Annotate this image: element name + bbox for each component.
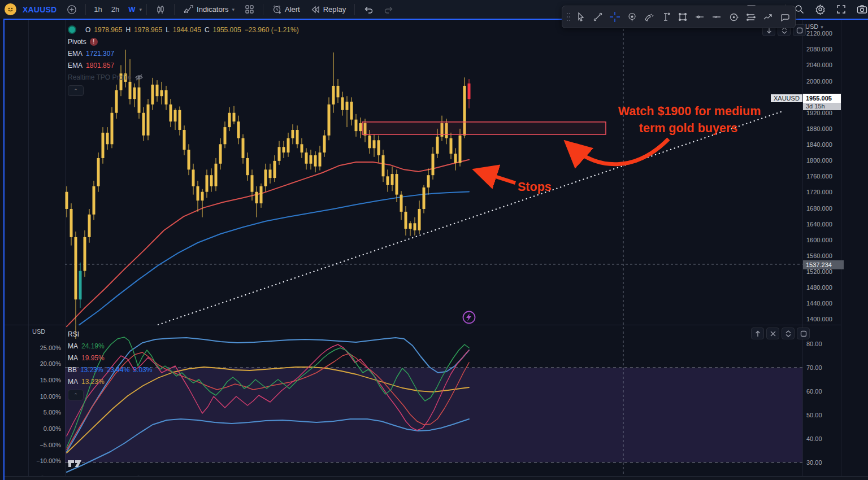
red-annotations[interactable]: Watch $1900 for mediumterm gold buyersSt… [480, 104, 761, 194]
account-avatar[interactable] [5, 3, 16, 15]
horizontal-ray-tool[interactable] [691, 8, 708, 25]
replay-button[interactable]: Replay [306, 2, 350, 17]
maximize-icon [800, 330, 807, 337]
tpo-indicator-row[interactable]: Realtime TPO Profile [68, 71, 299, 83]
symbol-button[interactable]: XAUUSD [19, 2, 60, 17]
fullscreen-icon [836, 4, 847, 15]
rsi-bb-value2: 23.44% [107, 366, 130, 374]
trend-line-tool[interactable] [589, 8, 606, 25]
axis-tick: 50.00 [806, 411, 822, 419]
rsi-pane-legend: RSI MA 24.19% MA 19.95% BB 13.23% 23.44%… [68, 328, 152, 400]
ema-slow-label: EMA [68, 62, 83, 69]
axis-tick: 20.00% [40, 360, 61, 368]
cursor-tool[interactable] [572, 8, 589, 25]
dotted-trendline[interactable] [158, 111, 784, 325]
alert-label: Alert [285, 5, 300, 14]
indicator-error-icon[interactable]: ! [90, 38, 98, 46]
rsi-maximize-pane-button[interactable] [797, 328, 810, 339]
rsi-bb-row[interactable]: BB 13.23% 23.44% 3.03% [68, 364, 152, 376]
indicators-label: Indicators [197, 5, 228, 14]
drag-dots-icon [566, 12, 571, 21]
move-pane-up-button[interactable] [751, 328, 764, 339]
rsi-left-scale[interactable]: 25.00%20.00%15.00%10.00%5.00%0.00%−5.00%… [28, 0, 64, 480]
tradingview-logo[interactable] [68, 458, 85, 469]
main-pane-legend: O 1978.965 H 1978.965 L 1944.045 C 1955.… [68, 24, 299, 96]
text-tool[interactable] [657, 8, 674, 25]
rsi-ma1-row[interactable]: MA 24.19% [68, 340, 152, 352]
rsi-title: RSI [68, 330, 79, 338]
indicators-button[interactable]: Indicators ▾ [179, 2, 238, 17]
eye-hidden-icon[interactable] [134, 73, 144, 82]
axis-tick: 70.00 [806, 364, 822, 372]
circle-tool[interactable] [725, 8, 742, 25]
rsi-pane-buttons [751, 328, 810, 339]
arrow-marker-tool[interactable] [759, 8, 776, 25]
brush-tool[interactable] [640, 8, 657, 25]
axis-tick: 30.00 [806, 459, 822, 466]
rsi-left-scale-currency[interactable]: USD [32, 328, 45, 335]
templates-grid-icon [245, 5, 254, 14]
ohlc-row[interactable]: O 1978.965 H 1978.965 L 1944.045 C 1955.… [68, 24, 299, 36]
price-scale-currency[interactable]: USD ▾ [805, 23, 823, 30]
rsi-legend-collapse-button[interactable]: ⌃ [68, 390, 84, 400]
close-value: 1955.005 [213, 26, 241, 34]
arrow-marker-icon [762, 12, 773, 23]
legend-collapse-button[interactable]: ⌃ [68, 85, 84, 96]
timeframe-menu-caret[interactable]: ▾ [140, 7, 142, 12]
toolbar-drag-handle[interactable] [565, 12, 572, 21]
redo-button[interactable] [380, 2, 398, 17]
timeframe-1h-button[interactable]: 1h [90, 2, 105, 17]
ema-lines [67, 160, 469, 326]
rectangle-tool[interactable] [674, 8, 691, 25]
indicator-templates-button[interactable] [241, 2, 258, 17]
settings-button[interactable] [811, 2, 830, 17]
axis-tick: 15.00% [40, 376, 61, 384]
horizontal-line-tool[interactable] [708, 8, 725, 25]
support-zone-rectangle[interactable] [362, 122, 606, 134]
parallel-lines-tool[interactable] [742, 8, 759, 25]
compare-add-button[interactable] [63, 2, 81, 17]
axis-tick: 5.00% [44, 408, 61, 416]
rsi-title-row[interactable]: RSI [68, 328, 152, 340]
fullscreen-button[interactable] [832, 2, 850, 17]
chart-style-button[interactable] [151, 2, 170, 17]
callout-bubble-icon [779, 12, 790, 23]
last-price-symbol-tag: XAUUSD [771, 94, 802, 102]
undo-icon [363, 5, 374, 15]
star-balloon-icon [627, 12, 637, 23]
crosshair-tool[interactable] [606, 8, 623, 25]
ema-slow-row[interactable]: EMA 1801.857 [68, 59, 299, 71]
timeframe-2h-button[interactable]: 2h [108, 2, 123, 17]
callout-tool[interactable] [776, 8, 793, 25]
tradingview-window: Watch $1900 for mediumterm gold buyersSt… [0, 0, 868, 480]
rsi-collapse-pane-button[interactable] [782, 328, 795, 339]
high-value: 1978.965 [134, 26, 162, 34]
replay-label: Replay [323, 5, 346, 14]
chart-selection-border-left [3, 19, 5, 480]
time-axis-strip[interactable] [5, 476, 868, 480]
pane-separator[interactable] [5, 325, 841, 325]
last-price-label: 1955.005 3d 15h [803, 94, 841, 110]
emoji-sticker-tool[interactable] [623, 8, 640, 25]
rsi-ma2-row[interactable]: MA 19.95% [68, 352, 152, 364]
rsi-right-scale[interactable]: 80.0070.0060.0050.0040.0030.00 [803, 0, 840, 480]
floating-drawing-toolbar [562, 6, 796, 28]
last-price-value: 1955.005 [803, 94, 841, 103]
timeframe-weekly-button[interactable]: W [125, 2, 136, 17]
rectangle-icon [678, 12, 688, 22]
indicators-icon [183, 4, 194, 15]
rsi-ma3-row[interactable]: MA 13.23% [68, 376, 152, 387]
ema-fast-row[interactable]: EMA 1721.307 [68, 47, 299, 59]
close-pane-button[interactable] [766, 328, 779, 339]
open-value: 1978.965 [94, 26, 122, 34]
pivots-indicator-row[interactable]: Pivots ! [68, 36, 299, 47]
alert-button[interactable]: Alert [268, 2, 304, 17]
undo-button[interactable] [359, 2, 377, 17]
ema-fast-label: EMA [68, 50, 83, 58]
ema-slow-value: 1801.857 [86, 62, 114, 69]
parallel-lines-icon [745, 12, 756, 23]
axis-tick: 40.00 [806, 435, 822, 443]
tpo-label: Realtime TPO Profile [68, 73, 131, 81]
ema-fast-line [79, 192, 469, 325]
snapshot-button[interactable] [853, 2, 868, 17]
